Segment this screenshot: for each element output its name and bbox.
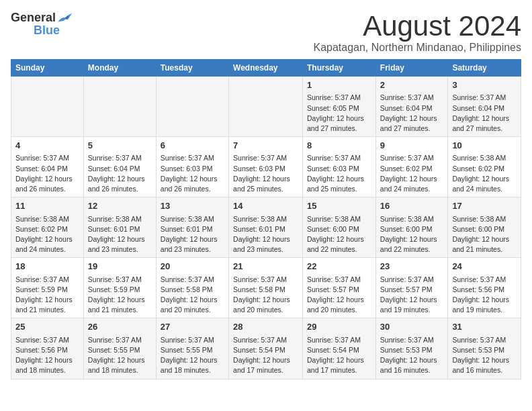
location-title: Kapatagan, Northern Mindanao, Philippine… [313, 42, 521, 54]
table-row: 13Sunrise: 5:38 AMSunset: 6:01 PMDayligh… [156, 197, 228, 258]
day-number: 18 [15, 261, 79, 273]
day-number: 28 [233, 321, 298, 333]
day-number: 27 [161, 321, 224, 333]
day-info: Sunrise: 5:37 AMSunset: 5:58 PMDaylight:… [233, 275, 298, 316]
day-info: Sunrise: 5:37 AMSunset: 5:57 PMDaylight:… [380, 275, 444, 316]
day-info: Sunrise: 5:37 AMSunset: 6:04 PMDaylight:… [380, 93, 444, 134]
table-row: 30Sunrise: 5:37 AMSunset: 5:53 PMDayligh… [375, 318, 448, 379]
table-row: 12Sunrise: 5:38 AMSunset: 6:01 PMDayligh… [83, 197, 156, 258]
day-number: 17 [452, 200, 517, 212]
table-row: 18Sunrise: 5:37 AMSunset: 5:59 PMDayligh… [11, 258, 84, 318]
day-info: Sunrise: 5:37 AMSunset: 5:59 PMDaylight:… [88, 275, 152, 316]
day-number: 13 [161, 200, 224, 212]
day-info: Sunrise: 5:37 AMSunset: 6:03 PMDaylight:… [161, 153, 224, 194]
day-info: Sunrise: 5:38 AMSunset: 6:00 PMDaylight:… [307, 214, 371, 255]
day-number: 10 [452, 140, 517, 152]
logo-blue-text: Blue [34, 24, 60, 38]
calendar-week-row: 25Sunrise: 5:37 AMSunset: 5:56 PMDayligh… [11, 318, 521, 379]
day-info: Sunrise: 5:37 AMSunset: 5:55 PMDaylight:… [161, 335, 224, 376]
day-number: 25 [15, 321, 79, 333]
day-info: Sunrise: 5:37 AMSunset: 5:55 PMDaylight:… [88, 335, 152, 376]
table-row: 26Sunrise: 5:37 AMSunset: 5:55 PMDayligh… [83, 318, 156, 379]
day-number: 30 [380, 321, 444, 333]
day-number: 9 [380, 140, 444, 152]
day-number: 12 [88, 200, 152, 212]
day-number: 31 [452, 321, 517, 333]
table-row: 19Sunrise: 5:37 AMSunset: 5:59 PMDayligh… [83, 258, 156, 318]
table-row: 29Sunrise: 5:37 AMSunset: 5:54 PMDayligh… [303, 318, 376, 379]
table-row: 15Sunrise: 5:38 AMSunset: 6:00 PMDayligh… [303, 197, 376, 258]
day-info: Sunrise: 5:37 AMSunset: 6:04 PMDaylight:… [15, 153, 79, 194]
day-number: 6 [161, 140, 224, 152]
table-row: 1Sunrise: 5:37 AMSunset: 6:05 PMDaylight… [303, 77, 376, 137]
day-number: 3 [452, 79, 517, 91]
day-info: Sunrise: 5:37 AMSunset: 5:54 PMDaylight:… [233, 335, 298, 376]
day-info: Sunrise: 5:38 AMSunset: 6:02 PMDaylight:… [15, 214, 79, 255]
table-row: 20Sunrise: 5:37 AMSunset: 5:58 PMDayligh… [156, 258, 228, 318]
day-info: Sunrise: 5:37 AMSunset: 6:03 PMDaylight:… [233, 153, 298, 194]
calendar-header-row: Sunday Monday Tuesday Wednesday Thursday… [11, 60, 521, 77]
day-number: 23 [380, 261, 444, 273]
title-section: August 2024 Kapatagan, Northern Mindanao… [313, 11, 521, 54]
table-row: 2Sunrise: 5:37 AMSunset: 6:04 PMDaylight… [375, 77, 448, 137]
table-row: 9Sunrise: 5:37 AMSunset: 6:02 PMDaylight… [375, 137, 448, 197]
table-row: 3Sunrise: 5:37 AMSunset: 6:04 PMDaylight… [448, 77, 521, 137]
table-row: 31Sunrise: 5:37 AMSunset: 5:53 PMDayligh… [448, 318, 521, 379]
day-number: 22 [307, 261, 371, 273]
day-info: Sunrise: 5:38 AMSunset: 6:01 PMDaylight:… [161, 214, 224, 255]
header-monday: Monday [83, 60, 156, 77]
table-row: 4Sunrise: 5:37 AMSunset: 6:04 PMDaylight… [11, 137, 84, 197]
day-info: Sunrise: 5:38 AMSunset: 6:01 PMDaylight:… [233, 214, 298, 255]
calendar-week-row: 1Sunrise: 5:37 AMSunset: 6:05 PMDaylight… [11, 77, 521, 137]
table-row: 27Sunrise: 5:37 AMSunset: 5:55 PMDayligh… [156, 318, 228, 379]
day-number: 15 [307, 200, 371, 212]
calendar-table: Sunday Monday Tuesday Wednesday Thursday… [11, 59, 521, 379]
calendar-week-row: 4Sunrise: 5:37 AMSunset: 6:04 PMDaylight… [11, 137, 521, 197]
day-info: Sunrise: 5:37 AMSunset: 5:57 PMDaylight:… [307, 275, 371, 316]
header-tuesday: Tuesday [156, 60, 228, 77]
day-info: Sunrise: 5:38 AMSunset: 6:02 PMDaylight:… [452, 153, 517, 194]
day-number: 26 [88, 321, 152, 333]
table-row: 16Sunrise: 5:38 AMSunset: 6:00 PMDayligh… [375, 197, 448, 258]
day-info: Sunrise: 5:37 AMSunset: 5:53 PMDaylight:… [452, 335, 517, 376]
header-saturday: Saturday [448, 60, 521, 77]
day-number: 8 [307, 140, 371, 152]
day-number: 7 [233, 140, 298, 152]
table-row [11, 77, 84, 137]
table-row: 22Sunrise: 5:37 AMSunset: 5:57 PMDayligh… [303, 258, 376, 318]
logo-general-text: General [11, 11, 56, 25]
day-number: 16 [380, 200, 444, 212]
day-info: Sunrise: 5:38 AMSunset: 6:01 PMDaylight:… [88, 214, 152, 255]
day-info: Sunrise: 5:37 AMSunset: 6:02 PMDaylight:… [380, 153, 444, 194]
table-row: 17Sunrise: 5:38 AMSunset: 6:00 PMDayligh… [448, 197, 521, 258]
day-number: 19 [88, 261, 152, 273]
day-number: 29 [307, 321, 371, 333]
day-number: 2 [380, 79, 444, 91]
table-row: 7Sunrise: 5:37 AMSunset: 6:03 PMDaylight… [229, 137, 303, 197]
table-row: 5Sunrise: 5:37 AMSunset: 6:04 PMDaylight… [83, 137, 156, 197]
day-info: Sunrise: 5:37 AMSunset: 5:56 PMDaylight:… [15, 335, 79, 376]
day-number: 24 [452, 261, 517, 273]
header-thursday: Thursday [303, 60, 376, 77]
logo-bird-icon [57, 11, 73, 25]
table-row: 23Sunrise: 5:37 AMSunset: 5:57 PMDayligh… [375, 258, 448, 318]
day-number: 21 [233, 261, 298, 273]
day-info: Sunrise: 5:37 AMSunset: 6:04 PMDaylight:… [88, 153, 152, 194]
table-row: 24Sunrise: 5:37 AMSunset: 5:56 PMDayligh… [448, 258, 521, 318]
day-number: 4 [15, 140, 79, 152]
day-number: 5 [88, 140, 152, 152]
day-info: Sunrise: 5:38 AMSunset: 6:00 PMDaylight:… [380, 214, 444, 255]
day-info: Sunrise: 5:37 AMSunset: 6:05 PMDaylight:… [307, 93, 371, 134]
day-info: Sunrise: 5:37 AMSunset: 6:04 PMDaylight:… [452, 93, 517, 134]
table-row: 6Sunrise: 5:37 AMSunset: 6:03 PMDaylight… [156, 137, 228, 197]
day-info: Sunrise: 5:37 AMSunset: 5:53 PMDaylight:… [380, 335, 444, 376]
day-info: Sunrise: 5:37 AMSunset: 5:58 PMDaylight:… [161, 275, 224, 316]
table-row: 21Sunrise: 5:37 AMSunset: 5:58 PMDayligh… [229, 258, 303, 318]
day-number: 1 [307, 79, 371, 91]
table-row [229, 77, 303, 137]
day-info: Sunrise: 5:38 AMSunset: 6:00 PMDaylight:… [452, 214, 517, 255]
page-header: General Blue August 2024 Kapatagan, Nort… [11, 11, 521, 54]
table-row: 11Sunrise: 5:38 AMSunset: 6:02 PMDayligh… [11, 197, 84, 258]
day-info: Sunrise: 5:37 AMSunset: 6:03 PMDaylight:… [307, 153, 371, 194]
header-wednesday: Wednesday [229, 60, 303, 77]
